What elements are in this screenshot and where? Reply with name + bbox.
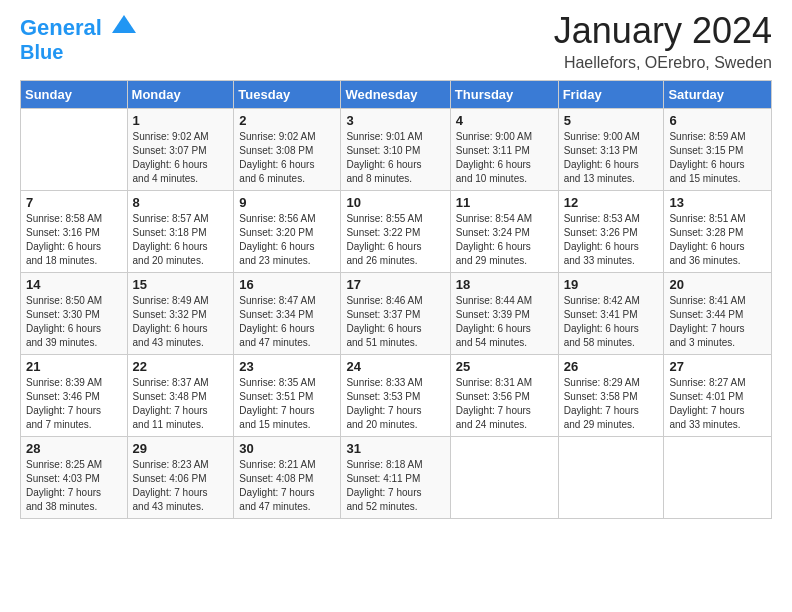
calendar-cell: 16Sunrise: 8:47 AM Sunset: 3:34 PM Dayli…	[234, 273, 341, 355]
day-info: Sunrise: 8:56 AM Sunset: 3:20 PM Dayligh…	[239, 212, 336, 268]
day-info: Sunrise: 8:39 AM Sunset: 3:46 PM Dayligh…	[26, 376, 123, 432]
calendar-cell: 28Sunrise: 8:25 AM Sunset: 4:03 PM Dayli…	[21, 437, 128, 519]
day-number: 1	[133, 113, 230, 128]
title-block: January 2024 Haellefors, OErebro, Sweden	[554, 10, 772, 72]
day-info: Sunrise: 8:46 AM Sunset: 3:37 PM Dayligh…	[346, 294, 445, 350]
calendar-cell: 17Sunrise: 8:46 AM Sunset: 3:37 PM Dayli…	[341, 273, 450, 355]
calendar-cell: 31Sunrise: 8:18 AM Sunset: 4:11 PM Dayli…	[341, 437, 450, 519]
weekday-header-cell: Monday	[127, 81, 234, 109]
calendar-week-row: 28Sunrise: 8:25 AM Sunset: 4:03 PM Dayli…	[21, 437, 772, 519]
day-info: Sunrise: 8:37 AM Sunset: 3:48 PM Dayligh…	[133, 376, 230, 432]
day-number: 25	[456, 359, 554, 374]
calendar-week-row: 21Sunrise: 8:39 AM Sunset: 3:46 PM Dayli…	[21, 355, 772, 437]
day-number: 7	[26, 195, 123, 210]
weekday-header-cell: Saturday	[664, 81, 772, 109]
weekday-header-cell: Tuesday	[234, 81, 341, 109]
calendar-cell: 15Sunrise: 8:49 AM Sunset: 3:32 PM Dayli…	[127, 273, 234, 355]
day-number: 2	[239, 113, 336, 128]
day-info: Sunrise: 9:02 AM Sunset: 3:07 PM Dayligh…	[133, 130, 230, 186]
day-number: 20	[669, 277, 767, 292]
calendar-cell: 7Sunrise: 8:58 AM Sunset: 3:16 PM Daylig…	[21, 191, 128, 273]
calendar-cell	[664, 437, 772, 519]
day-info: Sunrise: 8:35 AM Sunset: 3:51 PM Dayligh…	[239, 376, 336, 432]
day-number: 23	[239, 359, 336, 374]
day-number: 30	[239, 441, 336, 456]
day-number: 3	[346, 113, 445, 128]
calendar-cell: 25Sunrise: 8:31 AM Sunset: 3:56 PM Dayli…	[450, 355, 558, 437]
day-number: 16	[239, 277, 336, 292]
day-info: Sunrise: 9:02 AM Sunset: 3:08 PM Dayligh…	[239, 130, 336, 186]
calendar-cell: 21Sunrise: 8:39 AM Sunset: 3:46 PM Dayli…	[21, 355, 128, 437]
calendar-cell: 23Sunrise: 8:35 AM Sunset: 3:51 PM Dayli…	[234, 355, 341, 437]
day-info: Sunrise: 8:41 AM Sunset: 3:44 PM Dayligh…	[669, 294, 767, 350]
day-info: Sunrise: 8:50 AM Sunset: 3:30 PM Dayligh…	[26, 294, 123, 350]
day-info: Sunrise: 8:59 AM Sunset: 3:15 PM Dayligh…	[669, 130, 767, 186]
day-info: Sunrise: 8:47 AM Sunset: 3:34 PM Dayligh…	[239, 294, 336, 350]
logo-blue: Blue	[20, 41, 138, 63]
calendar-week-row: 7Sunrise: 8:58 AM Sunset: 3:16 PM Daylig…	[21, 191, 772, 273]
calendar-cell: 14Sunrise: 8:50 AM Sunset: 3:30 PM Dayli…	[21, 273, 128, 355]
logo-text: General	[20, 16, 138, 41]
day-number: 10	[346, 195, 445, 210]
day-number: 31	[346, 441, 445, 456]
calendar-cell: 20Sunrise: 8:41 AM Sunset: 3:44 PM Dayli…	[664, 273, 772, 355]
day-number: 5	[564, 113, 660, 128]
day-number: 15	[133, 277, 230, 292]
weekday-header-cell: Thursday	[450, 81, 558, 109]
calendar-cell	[558, 437, 664, 519]
calendar-cell: 12Sunrise: 8:53 AM Sunset: 3:26 PM Dayli…	[558, 191, 664, 273]
calendar-cell: 29Sunrise: 8:23 AM Sunset: 4:06 PM Dayli…	[127, 437, 234, 519]
day-info: Sunrise: 8:53 AM Sunset: 3:26 PM Dayligh…	[564, 212, 660, 268]
day-info: Sunrise: 8:27 AM Sunset: 4:01 PM Dayligh…	[669, 376, 767, 432]
calendar-cell: 13Sunrise: 8:51 AM Sunset: 3:28 PM Dayli…	[664, 191, 772, 273]
day-info: Sunrise: 9:01 AM Sunset: 3:10 PM Dayligh…	[346, 130, 445, 186]
day-number: 28	[26, 441, 123, 456]
day-number: 17	[346, 277, 445, 292]
calendar-cell: 1Sunrise: 9:02 AM Sunset: 3:07 PM Daylig…	[127, 109, 234, 191]
day-number: 19	[564, 277, 660, 292]
day-number: 24	[346, 359, 445, 374]
calendar-cell: 9Sunrise: 8:56 AM Sunset: 3:20 PM Daylig…	[234, 191, 341, 273]
day-number: 4	[456, 113, 554, 128]
logo-icon	[110, 13, 138, 41]
day-info: Sunrise: 9:00 AM Sunset: 3:13 PM Dayligh…	[564, 130, 660, 186]
day-info: Sunrise: 8:21 AM Sunset: 4:08 PM Dayligh…	[239, 458, 336, 514]
day-number: 18	[456, 277, 554, 292]
day-info: Sunrise: 8:55 AM Sunset: 3:22 PM Dayligh…	[346, 212, 445, 268]
svg-marker-0	[112, 15, 136, 33]
weekday-header-row: SundayMondayTuesdayWednesdayThursdayFrid…	[21, 81, 772, 109]
day-number: 12	[564, 195, 660, 210]
calendar-cell: 4Sunrise: 9:00 AM Sunset: 3:11 PM Daylig…	[450, 109, 558, 191]
day-info: Sunrise: 8:49 AM Sunset: 3:32 PM Dayligh…	[133, 294, 230, 350]
calendar-cell: 18Sunrise: 8:44 AM Sunset: 3:39 PM Dayli…	[450, 273, 558, 355]
header: General Blue January 2024 Haellefors, OE…	[20, 10, 772, 72]
day-number: 11	[456, 195, 554, 210]
day-info: Sunrise: 8:31 AM Sunset: 3:56 PM Dayligh…	[456, 376, 554, 432]
day-number: 29	[133, 441, 230, 456]
calendar-week-row: 1Sunrise: 9:02 AM Sunset: 3:07 PM Daylig…	[21, 109, 772, 191]
logo: General Blue	[20, 16, 138, 63]
calendar-week-row: 14Sunrise: 8:50 AM Sunset: 3:30 PM Dayli…	[21, 273, 772, 355]
calendar-cell	[21, 109, 128, 191]
calendar-cell	[450, 437, 558, 519]
calendar-body: 1Sunrise: 9:02 AM Sunset: 3:07 PM Daylig…	[21, 109, 772, 519]
calendar-cell: 27Sunrise: 8:27 AM Sunset: 4:01 PM Dayli…	[664, 355, 772, 437]
day-number: 6	[669, 113, 767, 128]
weekday-header-cell: Wednesday	[341, 81, 450, 109]
calendar-cell: 26Sunrise: 8:29 AM Sunset: 3:58 PM Dayli…	[558, 355, 664, 437]
day-info: Sunrise: 8:42 AM Sunset: 3:41 PM Dayligh…	[564, 294, 660, 350]
location-title: Haellefors, OErebro, Sweden	[554, 54, 772, 72]
day-info: Sunrise: 8:25 AM Sunset: 4:03 PM Dayligh…	[26, 458, 123, 514]
weekday-header-cell: Friday	[558, 81, 664, 109]
calendar-cell: 19Sunrise: 8:42 AM Sunset: 3:41 PM Dayli…	[558, 273, 664, 355]
month-title: January 2024	[554, 10, 772, 52]
calendar-cell: 3Sunrise: 9:01 AM Sunset: 3:10 PM Daylig…	[341, 109, 450, 191]
day-number: 22	[133, 359, 230, 374]
calendar-table: SundayMondayTuesdayWednesdayThursdayFrid…	[20, 80, 772, 519]
calendar-cell: 6Sunrise: 8:59 AM Sunset: 3:15 PM Daylig…	[664, 109, 772, 191]
day-info: Sunrise: 8:29 AM Sunset: 3:58 PM Dayligh…	[564, 376, 660, 432]
calendar-cell: 10Sunrise: 8:55 AM Sunset: 3:22 PM Dayli…	[341, 191, 450, 273]
calendar-cell: 5Sunrise: 9:00 AM Sunset: 3:13 PM Daylig…	[558, 109, 664, 191]
calendar-cell: 11Sunrise: 8:54 AM Sunset: 3:24 PM Dayli…	[450, 191, 558, 273]
calendar-cell: 8Sunrise: 8:57 AM Sunset: 3:18 PM Daylig…	[127, 191, 234, 273]
